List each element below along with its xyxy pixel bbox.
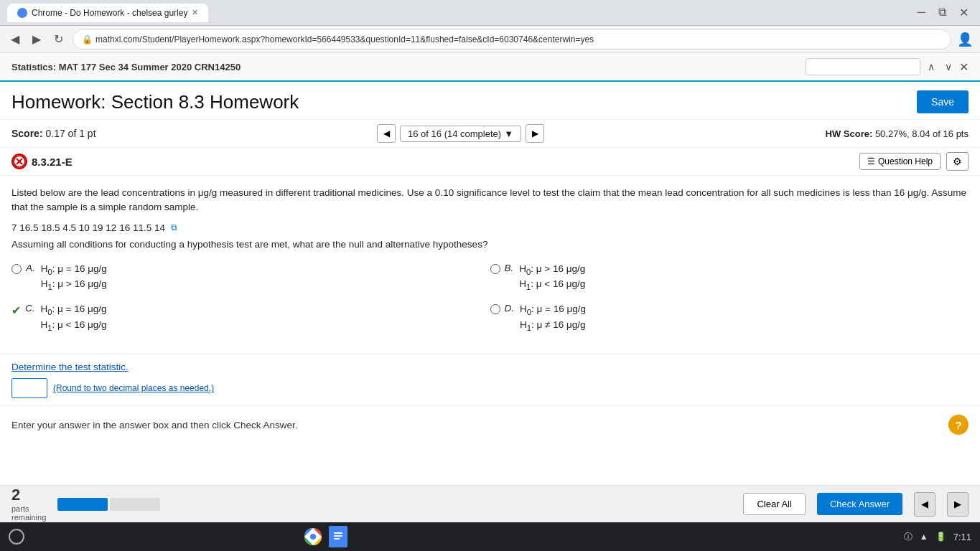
- option-b-text: H0: μ > 16 μg/g H1: μ < 16 μg/g: [519, 263, 585, 293]
- tab-label: Chrome - Do Homework - chelsea gurley: [32, 8, 187, 18]
- question-progress-text: 16 of 16 (14 complete): [408, 128, 501, 139]
- refresh-button[interactable]: ↻: [50, 31, 67, 47]
- maximize-button[interactable]: ⧉: [934, 4, 951, 21]
- score-label: Score:: [11, 128, 43, 139]
- option-a-radio[interactable]: [11, 264, 22, 274]
- question-id: 8.3.21-E: [11, 154, 73, 169]
- address-bar-right: 👤: [957, 32, 973, 47]
- option-a-h0: H0: μ = 16 μg/g: [41, 263, 107, 278]
- option-b-h0: H0: μ > 16 μg/g: [519, 263, 585, 278]
- question-tools: ☰ Question Help ⚙: [859, 152, 969, 171]
- option-c-text: H0: μ = 16 μg/g H1: μ < 16 μg/g: [41, 303, 107, 334]
- problem-text: Listed below are the lead concentrations…: [11, 186, 969, 215]
- score-value: 0.17 of 1 pt: [45, 128, 95, 139]
- determine-link[interactable]: Determine the test statistic.: [11, 362, 969, 372]
- option-c-h0: H0: μ = 16 μg/g: [41, 303, 107, 318]
- score-bar: Score: 0.17 of 1 pt ◀ 16 of 16 (14 compl…: [0, 120, 980, 148]
- tab-close-button[interactable]: ✕: [192, 8, 198, 17]
- copy-data-icon[interactable]: ⧉: [171, 222, 177, 232]
- url-text: mathxl.com/Student/PlayerHomework.aspx?h…: [95, 34, 594, 44]
- window-controls: ─ ⧉ ✕: [913, 4, 973, 21]
- next-question-button[interactable]: ▶: [526, 124, 544, 143]
- answer-input[interactable]: [11, 378, 47, 398]
- option-a[interactable]: A. H0: μ = 16 μg/g H1: μ > 16 μg/g: [11, 260, 490, 296]
- option-c[interactable]: ✔ C. H0: μ = 16 μg/g H1: μ < 16 μg/g: [11, 300, 490, 336]
- question-id-bar: 8.3.21-E ☰ Question Help ⚙: [0, 148, 980, 176]
- dropdown-arrow-icon: ▼: [504, 128, 513, 139]
- menu-icon: ☰: [867, 156, 875, 166]
- option-b[interactable]: B. H0: μ > 16 μg/g H1: μ < 16 μg/g: [490, 260, 969, 296]
- question-progress[interactable]: 16 of 16 (14 complete) ▼: [400, 126, 521, 142]
- data-values-text: 7 16.5 18.5 4.5 10 19 12 16 11.5 14: [11, 222, 165, 233]
- browser-tab[interactable]: Chrome - Do Homework - chelsea gurley ✕: [7, 4, 208, 22]
- answer-input-row: (Round to two decimal places as needed.): [11, 378, 969, 398]
- homework-title-bar: Homework: Section 8.3 Homework Save: [0, 82, 980, 120]
- prev-question-button[interactable]: ◀: [377, 124, 396, 143]
- option-a-text: H0: μ = 16 μg/g H1: μ > 16 μg/g: [41, 263, 107, 293]
- option-d-h1: H1: μ ≠ 16 μg/g: [520, 319, 586, 334]
- option-d-text: H0: μ = 16 μg/g H1: μ ≠ 16 μg/g: [520, 303, 586, 334]
- round-note: (Round to two decimal places as needed.): [53, 383, 214, 393]
- settings-button[interactable]: ⚙: [946, 152, 969, 171]
- option-b-radio[interactable]: [490, 264, 500, 274]
- close-window-button[interactable]: ✕: [955, 4, 973, 21]
- header-close-button[interactable]: ✕: [959, 60, 969, 74]
- option-a-label: A.: [26, 263, 35, 273]
- option-c-label: C.: [25, 303, 35, 314]
- score-left: Score: 0.17 of 1 pt: [11, 128, 96, 139]
- save-button[interactable]: Save: [917, 90, 969, 113]
- lock-icon: 🔒: [82, 34, 93, 44]
- profile-icon[interactable]: 👤: [957, 32, 973, 47]
- tab-favicon: [17, 8, 27, 18]
- option-d[interactable]: D. H0: μ = 16 μg/g H1: μ ≠ 16 μg/g: [490, 300, 969, 336]
- score-right: HW Score: 50.27%, 8.04 of 16 pts: [826, 128, 969, 139]
- header-search-input[interactable]: [806, 58, 920, 75]
- data-values: 7 16.5 18.5 4.5 10 19 12 16 11.5 14 ⧉: [11, 222, 969, 233]
- course-header-right: ∧ ∨ ✕: [806, 58, 969, 75]
- question-help-button[interactable]: ☰ Question Help: [859, 153, 941, 170]
- instruction-text: Enter your answer in the answer box and …: [11, 420, 297, 430]
- question-content: Listed below are the lead concentrations…: [0, 176, 980, 354]
- course-title: Statistics: MAT 177 Sec 34 Summer 2020 C…: [11, 62, 241, 72]
- header-prev-button[interactable]: ∧: [925, 60, 938, 74]
- correct-check-icon: ✔: [11, 303, 21, 317]
- determine-section: Determine the test statistic. (Round to …: [0, 354, 980, 405]
- header-next-button[interactable]: ∨: [942, 60, 955, 74]
- forward-button[interactable]: ▶: [29, 31, 45, 47]
- sub-question-text: Assuming all conditions for conducting a…: [11, 239, 969, 250]
- minimize-button[interactable]: ─: [913, 4, 930, 21]
- bottom-instruction: Enter your answer in the answer box and …: [0, 405, 980, 443]
- help-button[interactable]: ?: [948, 415, 969, 435]
- option-d-label: D.: [505, 303, 515, 314]
- address-field[interactable]: 🔒 mathxl.com/Student/PlayerHomework.aspx…: [73, 29, 951, 50]
- option-b-label: B.: [505, 263, 514, 273]
- hw-score-label: HW Score:: [826, 128, 873, 139]
- options-grid: A. H0: μ = 16 μg/g H1: μ > 16 μg/g B. H0…: [11, 260, 969, 337]
- question-id-icon: [11, 154, 27, 169]
- question-help-label: Question Help: [878, 156, 933, 166]
- question-id-text: 8.3.21-E: [32, 156, 73, 168]
- score-nav: ◀ 16 of 16 (14 complete) ▼ ▶: [377, 124, 544, 143]
- option-d-h0: H0: μ = 16 μg/g: [520, 303, 586, 318]
- address-bar: ◀ ▶ ↻ 🔒 mathxl.com/Student/PlayerHomewor…: [0, 26, 980, 53]
- option-d-radio[interactable]: [490, 304, 500, 314]
- option-c-h1: H1: μ < 16 μg/g: [41, 319, 107, 334]
- option-b-h1: H1: μ < 16 μg/g: [519, 278, 585, 293]
- hw-score-value: 50.27%, 8.04 of 16 pts: [875, 128, 969, 139]
- option-a-h1: H1: μ > 16 μg/g: [41, 278, 107, 293]
- browser-titlebar: Chrome - Do Homework - chelsea gurley ✕ …: [0, 0, 980, 26]
- course-header: Statistics: MAT 177 Sec 34 Summer 2020 C…: [0, 53, 980, 82]
- back-button[interactable]: ◀: [7, 31, 23, 47]
- homework-title: Homework: Section 8.3 Homework: [11, 91, 299, 113]
